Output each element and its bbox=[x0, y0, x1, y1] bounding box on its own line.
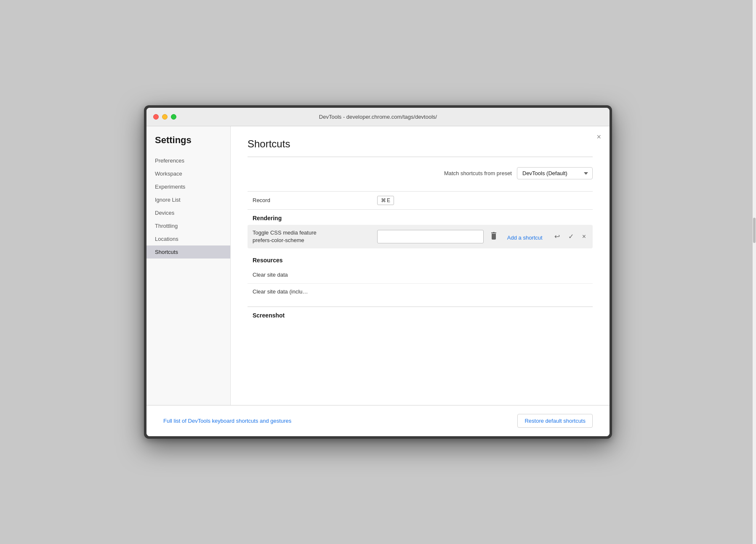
minimize-traffic-light[interactable] bbox=[162, 114, 168, 120]
record-key-badge: ⌘ E bbox=[377, 196, 394, 205]
restore-defaults-button[interactable]: Restore default shortcuts bbox=[517, 414, 593, 428]
cancel-edit-button[interactable]: × bbox=[580, 232, 588, 242]
confirm-button[interactable]: ✓ bbox=[567, 232, 575, 242]
record-keys: ⌘ E bbox=[377, 196, 588, 205]
clear-site-data-inclu-row: Clear site data (inclu… bbox=[248, 284, 593, 300]
full-list-link[interactable]: Full list of DevTools keyboard shortcuts… bbox=[163, 418, 291, 424]
preset-select[interactable]: DevTools (Default) Visual Studio Code bbox=[517, 167, 593, 179]
preset-label: Match shortcuts from preset bbox=[444, 170, 512, 176]
sidebar-item-throttling[interactable]: Throttling bbox=[146, 219, 230, 232]
page-title: Shortcuts bbox=[248, 138, 593, 150]
screenshot-heading: Screenshot bbox=[248, 307, 593, 322]
add-shortcut-link[interactable]: Add a shortcut bbox=[507, 235, 543, 241]
editing-actions: Add a shortcut bbox=[507, 233, 543, 241]
close-traffic-light[interactable] bbox=[153, 114, 159, 120]
sidebar-item-preferences[interactable]: Preferences bbox=[146, 154, 230, 167]
rendering-heading: Rendering bbox=[248, 210, 593, 225]
record-section: Record ⌘ E bbox=[248, 191, 593, 210]
screenshot-section: Screenshot bbox=[248, 307, 593, 322]
sidebar-item-locations[interactable]: Locations bbox=[146, 232, 230, 245]
main-content: × Shortcuts Match shortcuts from preset … bbox=[231, 126, 610, 405]
app-window: DevTools - developer.chrome.com/tags/dev… bbox=[146, 108, 610, 436]
undo-button[interactable]: ↩ bbox=[553, 232, 562, 242]
close-button[interactable]: × bbox=[596, 133, 601, 141]
traffic-lights bbox=[153, 114, 176, 120]
sidebar-item-shortcuts[interactable]: Shortcuts bbox=[146, 245, 230, 259]
sidebar-item-experiments[interactable]: Experiments bbox=[146, 180, 230, 193]
sidebar: Settings Preferences Workspace Experimen… bbox=[146, 126, 231, 405]
trash-icon bbox=[490, 232, 497, 240]
clear-site-data-label: Clear site data bbox=[253, 271, 370, 279]
title-divider bbox=[248, 157, 593, 157]
footer: Full list of DevTools keyboard shortcuts… bbox=[146, 405, 610, 436]
shortcut-input[interactable] bbox=[377, 230, 484, 243]
preset-row: Match shortcuts from preset DevTools (De… bbox=[248, 167, 593, 179]
editing-controls bbox=[377, 230, 500, 243]
record-label: Record bbox=[253, 197, 370, 204]
clear-site-data-inclu-label: Clear site data (inclu… bbox=[253, 288, 370, 296]
delete-shortcut-button[interactable] bbox=[487, 230, 500, 243]
toggle-css-label: Toggle CSS media featureprefers-color-sc… bbox=[253, 229, 370, 244]
titlebar-title: DevTools - developer.chrome.com/tags/dev… bbox=[319, 114, 437, 120]
sidebar-item-ignore-list[interactable]: Ignore List bbox=[146, 193, 230, 206]
sidebar-item-devices[interactable]: Devices bbox=[146, 206, 230, 219]
record-key-cmd: ⌘ bbox=[381, 197, 386, 203]
rendering-section: Rendering Toggle CSS media featureprefer… bbox=[248, 210, 593, 248]
resources-section: Resources Clear site data Clear site dat… bbox=[248, 252, 593, 299]
shortcut-row-editing: Toggle CSS media featureprefers-color-sc… bbox=[248, 225, 593, 248]
resources-heading: Resources bbox=[248, 252, 593, 267]
record-row: Record ⌘ E bbox=[248, 192, 593, 209]
titlebar: DevTools - developer.chrome.com/tags/dev… bbox=[146, 108, 610, 126]
sidebar-item-workspace[interactable]: Workspace bbox=[146, 167, 230, 180]
edit-confirm-actions: ↩ ✓ × bbox=[553, 232, 588, 242]
record-key-e: E bbox=[387, 197, 390, 203]
settings-title: Settings bbox=[146, 135, 230, 154]
clear-site-data-row: Clear site data bbox=[248, 267, 593, 283]
window-wrapper: DevTools - developer.chrome.com/tags/dev… bbox=[144, 105, 612, 439]
sidebar-nav: Preferences Workspace Experiments Ignore… bbox=[146, 154, 230, 259]
maximize-traffic-light[interactable] bbox=[171, 114, 176, 120]
content-area: Settings Preferences Workspace Experimen… bbox=[146, 126, 610, 405]
